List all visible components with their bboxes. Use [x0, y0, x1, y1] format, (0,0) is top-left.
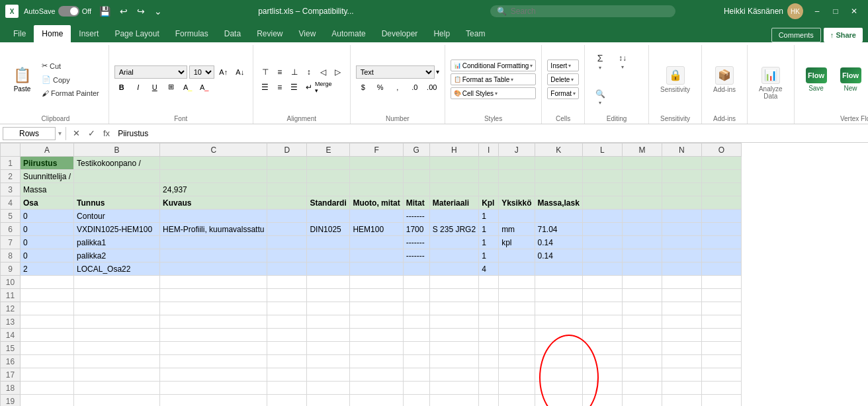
table-cell[interactable]: palikka2: [74, 249, 160, 263]
table-cell[interactable]: [21, 395, 74, 407]
table-cell[interactable]: [429, 302, 478, 315]
table-cell[interactable]: HEM-Profiili, kuumavalssattu: [160, 223, 267, 236]
table-cell[interactable]: [622, 329, 662, 342]
table-cell[interactable]: -------: [403, 236, 429, 249]
table-cell[interactable]: [350, 236, 403, 249]
table-cell[interactable]: [267, 183, 307, 196]
flow-save-button[interactable]: Flow Save: [800, 60, 833, 99]
table-cell[interactable]: [307, 395, 350, 407]
cell-styles-button[interactable]: 🎨 Cell Styles ▾: [451, 87, 537, 99]
table-cell[interactable]: [662, 183, 701, 196]
table-cell[interactable]: [403, 382, 429, 395]
table-cell[interactable]: [701, 276, 741, 289]
table-cell[interactable]: [429, 157, 478, 170]
table-cell[interactable]: [267, 368, 307, 382]
table-cell[interactable]: [307, 289, 350, 302]
table-cell[interactable]: [160, 355, 267, 368]
table-cell[interactable]: [701, 263, 741, 276]
table-cell[interactable]: [662, 395, 701, 407]
table-cell[interactable]: [74, 395, 160, 407]
formula-input[interactable]: [115, 129, 865, 138]
table-cell[interactable]: [403, 395, 429, 407]
table-cell[interactable]: [307, 276, 350, 289]
table-cell[interactable]: Mitat: [403, 196, 429, 210]
table-cell[interactable]: [307, 183, 350, 196]
table-cell[interactable]: [535, 157, 582, 170]
table-cell[interactable]: Tunnus: [74, 196, 160, 210]
table-cell[interactable]: [701, 355, 741, 368]
table-cell[interactable]: -------: [403, 249, 429, 263]
table-cell[interactable]: [662, 276, 701, 289]
table-cell[interactable]: [535, 170, 582, 183]
close-button[interactable]: ✕: [846, 3, 863, 20]
table-cell[interactable]: [350, 263, 403, 276]
table-cell[interactable]: [535, 382, 582, 395]
table-cell[interactable]: [267, 276, 307, 289]
table-cell[interactable]: [479, 315, 499, 329]
comma-button[interactable]: ,: [390, 81, 405, 94]
table-cell[interactable]: [535, 210, 582, 223]
table-cell[interactable]: [582, 196, 622, 210]
table-cell[interactable]: [403, 368, 429, 382]
table-cell[interactable]: [701, 170, 741, 183]
table-cell[interactable]: [350, 183, 403, 196]
addins-button[interactable]: 📦 Add-ins: [707, 60, 742, 99]
table-cell[interactable]: [307, 315, 350, 329]
table-cell[interactable]: Massa: [21, 183, 74, 196]
table-cell[interactable]: [535, 368, 582, 382]
table-cell[interactable]: [582, 210, 622, 223]
table-cell[interactable]: [350, 302, 403, 315]
table-cell[interactable]: [662, 236, 701, 249]
col-header-k[interactable]: K: [535, 143, 582, 157]
table-cell[interactable]: [582, 223, 622, 236]
table-cell[interactable]: [479, 289, 499, 302]
col-header-c[interactable]: C: [160, 143, 267, 157]
table-cell[interactable]: [429, 263, 478, 276]
table-cell[interactable]: 1: [479, 223, 499, 236]
table-cell[interactable]: [267, 157, 307, 170]
table-cell[interactable]: [479, 342, 499, 355]
table-cell[interactable]: [160, 263, 267, 276]
table-cell[interactable]: [479, 368, 499, 382]
table-cell[interactable]: [479, 302, 499, 315]
table-cell[interactable]: [267, 210, 307, 223]
table-cell[interactable]: 1: [479, 249, 499, 263]
table-cell[interactable]: [307, 302, 350, 315]
undo-icon[interactable]: ↩: [117, 5, 130, 18]
analyze-button[interactable]: 📊 AnalyzeData: [753, 63, 789, 103]
table-cell[interactable]: [582, 183, 622, 196]
table-cell[interactable]: Standardi: [307, 196, 350, 210]
align-right-button[interactable]: ☰: [288, 81, 301, 94]
table-cell[interactable]: [582, 157, 622, 170]
table-cell[interactable]: [21, 289, 74, 302]
merge-center-button[interactable]: Merge ▾: [317, 81, 330, 94]
table-cell[interactable]: [499, 289, 535, 302]
tab-file[interactable]: File: [5, 25, 34, 42]
col-header-d[interactable]: D: [267, 143, 307, 157]
sensitivity-button[interactable]: 🔒 Sensitivity: [654, 60, 696, 99]
table-cell[interactable]: [622, 183, 662, 196]
table-cell[interactable]: [499, 368, 535, 382]
table-cell[interactable]: [350, 210, 403, 223]
table-cell[interactable]: [350, 355, 403, 368]
table-cell[interactable]: [582, 355, 622, 368]
table-cell[interactable]: [307, 236, 350, 249]
col-header-n[interactable]: N: [662, 143, 701, 157]
table-cell[interactable]: [267, 249, 307, 263]
table-cell[interactable]: [582, 342, 622, 355]
table-cell[interactable]: S 235 JRG2: [429, 223, 478, 236]
table-cell[interactable]: [74, 302, 160, 315]
table-cell[interactable]: [535, 263, 582, 276]
table-cell[interactable]: [160, 170, 267, 183]
minimize-button[interactable]: –: [808, 3, 826, 20]
table-cell[interactable]: [267, 289, 307, 302]
table-cell[interactable]: [429, 236, 478, 249]
table-cell[interactable]: [701, 157, 741, 170]
font-color-button[interactable]: A_: [197, 81, 212, 94]
table-cell[interactable]: [662, 157, 701, 170]
table-cell[interactable]: [622, 302, 662, 315]
font-size-select[interactable]: 10: [189, 65, 214, 79]
table-cell[interactable]: [429, 315, 478, 329]
table-cell[interactable]: [535, 315, 582, 329]
table-cell[interactable]: [622, 223, 662, 236]
